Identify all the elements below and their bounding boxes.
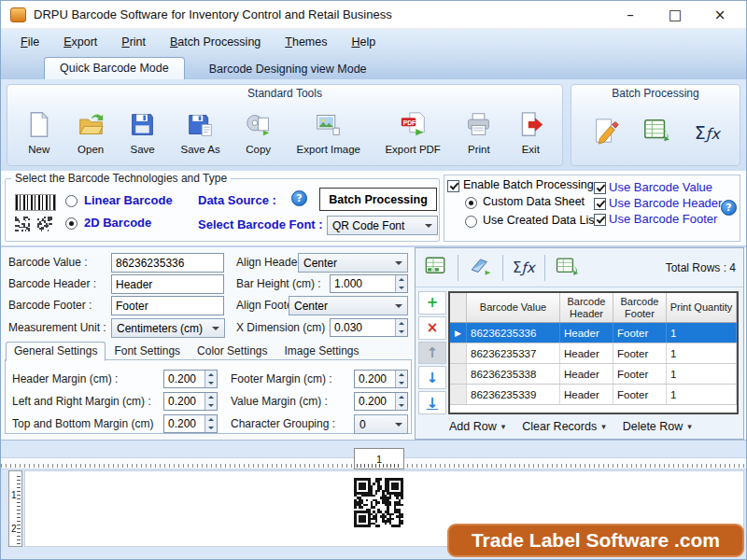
spinner-buttons[interactable] xyxy=(395,275,407,292)
character-grouping-select[interactable]: 0 xyxy=(354,414,408,434)
barcode-font-select[interactable]: QR Code Font xyxy=(327,216,438,235)
tab-image-settings[interactable]: Image Settings xyxy=(275,342,367,361)
export-image-icon xyxy=(315,111,342,142)
2d-barcode-radio[interactable] xyxy=(65,217,78,230)
barcode-value-label: Barcode Value : xyxy=(8,253,88,273)
save-as-button[interactable]: Save As xyxy=(177,109,224,157)
menu-help[interactable]: Help xyxy=(339,33,388,51)
toolbar-divider xyxy=(502,255,503,281)
barcode-technology-section: Select the Barcode Technologies and Type… xyxy=(1,171,746,247)
table-row[interactable]: 86236235337 Header Footer 1 xyxy=(450,343,737,364)
batch-edit-button[interactable] xyxy=(587,115,623,150)
table-row[interactable]: ▶ 86236235336 Header Footer 1 xyxy=(450,323,737,343)
use-barcode-footer-checkbox[interactable] xyxy=(594,214,606,226)
export-image-button[interactable]: Export Image xyxy=(293,109,364,157)
custom-data-sheet-radio[interactable] xyxy=(465,197,477,209)
tab-barcode-designing-view-mode[interactable]: Barcode Designing view Mode xyxy=(185,59,391,79)
top-bottom-margin-spinner[interactable] xyxy=(163,414,218,433)
spinner-buttons[interactable] xyxy=(395,319,407,336)
add-row-button[interactable]: Add Row▾ xyxy=(449,420,505,433)
main-toolbar: Standard Tools New Open Save Save As Cop… xyxy=(1,79,746,171)
barcode-footer-input[interactable] xyxy=(111,296,224,315)
open-button[interactable]: Open xyxy=(74,109,108,157)
copy-data-icon[interactable] xyxy=(468,254,493,282)
batch-excel-button[interactable] xyxy=(639,115,674,150)
move-up-button[interactable]: ↑ xyxy=(418,342,446,365)
new-page-icon xyxy=(25,111,52,142)
add-row-icon-button[interactable]: + xyxy=(418,291,446,315)
delete-row-button[interactable]: Delete Row▾ xyxy=(623,420,692,433)
export-pdf-button[interactable]: PDF Export PDF xyxy=(381,109,444,157)
barcode-value-input[interactable] xyxy=(111,253,224,273)
2d-barcode-label[interactable]: 2D Barcode xyxy=(84,216,151,230)
export-excel-icon[interactable] xyxy=(555,254,580,282)
table-row[interactable]: 86236235338 Header Footer 1 xyxy=(450,364,737,385)
batch-help-icon[interactable]: ? xyxy=(721,200,737,216)
watermark-badge: Trade Label Software .com xyxy=(447,524,744,557)
enable-batch-label[interactable]: Enable Batch Processing xyxy=(463,178,594,191)
align-header-select[interactable]: Center xyxy=(298,253,408,273)
menu-print[interactable]: Print xyxy=(109,33,158,51)
minimize-button[interactable]: – xyxy=(621,6,640,24)
col-barcode-footer[interactable]: Barcode Footer xyxy=(613,293,667,322)
menu-export[interactable]: Export xyxy=(51,33,109,51)
enable-batch-checkbox[interactable] xyxy=(447,180,459,192)
use-barcode-footer-label[interactable]: Use Barcode Footer xyxy=(609,212,717,226)
use-barcode-header-label[interactable]: Use Barcode Header xyxy=(609,196,722,210)
print-button[interactable]: Print xyxy=(461,109,496,157)
x-dimension-spinner[interactable] xyxy=(330,318,408,337)
created-data-list-label[interactable]: Use Created Data List xyxy=(483,214,598,227)
sigma-fx-small-icon[interactable]: Σƒx xyxy=(513,259,535,276)
col-barcode-value[interactable]: Barcode Value xyxy=(467,293,560,322)
tab-color-settings[interactable]: Color Settings xyxy=(189,342,275,361)
batch-formula-button[interactable]: Σƒx xyxy=(691,120,724,145)
created-data-list-radio[interactable] xyxy=(465,216,477,228)
left-right-margin-spinner[interactable] xyxy=(163,392,218,411)
technology-groupbox: Select the Barcode Technologies and Type… xyxy=(5,178,440,242)
table-row[interactable]: 86236235339 Header Footer 1 xyxy=(450,385,737,405)
save-button[interactable]: Save xyxy=(125,109,160,157)
barcode-footer-label: Barcode Footer : xyxy=(8,296,92,315)
custom-data-sheet-label[interactable]: Custom Data Sheet xyxy=(483,195,585,208)
footer-margin-spinner[interactable] xyxy=(354,370,408,388)
tab-quick-barcode-mode[interactable]: Quick Barcode Mode xyxy=(44,57,185,79)
menu-batch-processing[interactable]: Batch Processing xyxy=(158,33,273,51)
align-footer-select[interactable]: Center xyxy=(289,296,408,315)
new-button[interactable]: New xyxy=(21,109,56,157)
linear-barcode-radio[interactable] xyxy=(65,195,78,207)
batch-processing-label: Batch Processing xyxy=(571,87,740,100)
svg-text:PDF: PDF xyxy=(402,119,416,125)
use-barcode-header-checkbox[interactable] xyxy=(594,198,606,210)
col-print-quantity[interactable]: Print Quantity xyxy=(667,293,737,322)
clear-records-button[interactable]: Clear Records▾ xyxy=(522,420,605,433)
measurement-unit-select[interactable]: Centimeters (cm) xyxy=(111,318,225,338)
save-floppy-icon xyxy=(129,111,156,142)
copy-button[interactable]: Copy xyxy=(241,109,275,157)
move-down-button[interactable]: ↓ xyxy=(418,366,446,389)
menu-themes[interactable]: Themes xyxy=(273,33,339,51)
move-bottom-button[interactable]: ↓ xyxy=(418,391,446,414)
col-barcode-header[interactable]: Barcode Header xyxy=(560,293,613,322)
tab-general-settings[interactable]: General Settings xyxy=(6,342,106,361)
data-source-help-icon[interactable]: ? xyxy=(291,190,307,206)
header-margin-spinner[interactable] xyxy=(163,370,218,388)
app-icon xyxy=(10,7,26,22)
use-barcode-value-checkbox[interactable] xyxy=(594,182,606,194)
value-margin-spinner[interactable] xyxy=(354,392,408,411)
linear-barcode-label[interactable]: Linear Barcode xyxy=(84,193,173,207)
close-button[interactable]: × xyxy=(711,6,729,24)
menu-file[interactable]: File xyxy=(8,33,51,51)
barcode-header-input[interactable] xyxy=(111,274,224,294)
tab-font-settings[interactable]: Font Settings xyxy=(106,342,189,361)
delete-row-icon-button[interactable]: × xyxy=(418,316,446,340)
import-excel-icon[interactable] xyxy=(423,254,448,282)
batch-processing-button[interactable]: Batch Processing xyxy=(319,188,437,211)
use-barcode-value-label[interactable]: Use Barcode Value xyxy=(609,180,712,194)
exit-button[interactable]: Exit xyxy=(514,109,548,157)
header-margin-label: Header Margin (cm) : xyxy=(12,370,118,389)
align-header-label: Align Header : xyxy=(236,253,307,273)
bar-height-spinner[interactable] xyxy=(330,274,408,293)
enable-batch-box: Enable Batch Processing Custom Data Shee… xyxy=(444,175,740,242)
maximize-button[interactable]: □ xyxy=(666,6,684,24)
linear-barcode-icon xyxy=(15,194,56,211)
